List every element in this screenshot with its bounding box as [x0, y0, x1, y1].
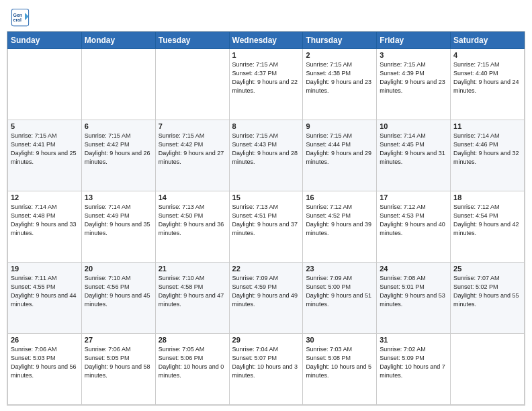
svg-text:Gen: Gen	[13, 13, 23, 17]
day-info: Sunrise: 7:15 AM Sunset: 4:40 PM Dayligh…	[453, 60, 521, 95]
calendar-cell	[8, 49, 82, 120]
day-number: 4	[453, 51, 521, 59]
calendar-cell: 8Sunrise: 7:15 AM Sunset: 4:43 PM Daylig…	[229, 120, 303, 191]
day-info: Sunrise: 7:10 AM Sunset: 4:58 PM Dayligh…	[159, 274, 226, 309]
day-info: Sunrise: 7:14 AM Sunset: 4:48 PM Dayligh…	[11, 203, 79, 238]
day-number: 20	[85, 265, 152, 273]
day-number: 19	[11, 265, 79, 273]
calendar-week: 19Sunrise: 7:11 AM Sunset: 4:55 PM Dayli…	[8, 263, 525, 334]
day-number: 23	[306, 265, 373, 273]
calendar-table: SundayMondayTuesdayWednesdayThursdayFrid…	[7, 32, 525, 405]
day-number: 3	[380, 51, 447, 59]
calendar-cell: 2Sunrise: 7:15 AM Sunset: 4:38 PM Daylig…	[303, 49, 377, 120]
day-info: Sunrise: 7:03 AM Sunset: 5:08 PM Dayligh…	[306, 345, 373, 380]
day-info: Sunrise: 7:10 AM Sunset: 4:56 PM Dayligh…	[85, 274, 152, 309]
day-info: Sunrise: 7:07 AM Sunset: 5:02 PM Dayligh…	[453, 274, 521, 309]
calendar-cell: 31Sunrise: 7:02 AM Sunset: 5:09 PM Dayli…	[377, 334, 451, 405]
day-number: 2	[306, 51, 373, 59]
day-info: Sunrise: 7:14 AM Sunset: 4:46 PM Dayligh…	[453, 132, 521, 167]
calendar-cell: 19Sunrise: 7:11 AM Sunset: 4:55 PM Dayli…	[8, 263, 82, 334]
calendar-week: 26Sunrise: 7:06 AM Sunset: 5:03 PM Dayli…	[8, 334, 525, 405]
day-number: 15	[232, 193, 300, 201]
weekday-header: Monday	[81, 32, 155, 49]
calendar-cell: 16Sunrise: 7:12 AM Sunset: 4:52 PM Dayli…	[303, 191, 377, 263]
calendar-cell: 24Sunrise: 7:08 AM Sunset: 5:01 PM Dayli…	[377, 263, 451, 334]
day-info: Sunrise: 7:09 AM Sunset: 4:59 PM Dayligh…	[232, 274, 300, 309]
calendar-cell: 7Sunrise: 7:15 AM Sunset: 4:42 PM Daylig…	[155, 120, 229, 191]
calendar-cell: 14Sunrise: 7:13 AM Sunset: 4:50 PM Dayli…	[155, 191, 229, 263]
weekday-header: Sunday	[8, 32, 82, 49]
calendar: SundayMondayTuesdayWednesdayThursdayFrid…	[7, 31, 525, 406]
day-info: Sunrise: 7:09 AM Sunset: 5:00 PM Dayligh…	[306, 274, 373, 309]
calendar-cell: 26Sunrise: 7:06 AM Sunset: 5:03 PM Dayli…	[8, 334, 82, 405]
day-info: Sunrise: 7:15 AM Sunset: 4:38 PM Dayligh…	[306, 60, 373, 95]
day-info: Sunrise: 7:06 AM Sunset: 5:05 PM Dayligh…	[85, 345, 152, 380]
day-info: Sunrise: 7:14 AM Sunset: 4:45 PM Dayligh…	[380, 132, 447, 167]
day-info: Sunrise: 7:15 AM Sunset: 4:41 PM Dayligh…	[11, 132, 79, 167]
day-number: 7	[159, 122, 226, 130]
header: Gen eral	[0, 0, 532, 31]
calendar-cell: 18Sunrise: 7:12 AM Sunset: 4:54 PM Dayli…	[451, 191, 525, 263]
calendar-cell: 15Sunrise: 7:13 AM Sunset: 4:51 PM Dayli…	[229, 191, 303, 263]
day-number: 31	[380, 336, 447, 344]
day-number: 16	[306, 193, 373, 201]
day-info: Sunrise: 7:11 AM Sunset: 4:55 PM Dayligh…	[11, 274, 79, 309]
calendar-cell: 5Sunrise: 7:15 AM Sunset: 4:41 PM Daylig…	[8, 120, 82, 191]
day-info: Sunrise: 7:15 AM Sunset: 4:37 PM Dayligh…	[232, 60, 300, 95]
calendar-cell: 6Sunrise: 7:15 AM Sunset: 4:42 PM Daylig…	[81, 120, 155, 191]
calendar-cell	[155, 49, 229, 120]
day-info: Sunrise: 7:05 AM Sunset: 5:06 PM Dayligh…	[159, 345, 226, 380]
weekday-header: Wednesday	[229, 32, 303, 49]
day-number: 28	[159, 336, 226, 344]
weekday-header: Saturday	[451, 32, 525, 49]
day-info: Sunrise: 7:12 AM Sunset: 4:52 PM Dayligh…	[306, 203, 373, 238]
logo-icon: Gen eral	[11, 8, 30, 27]
day-info: Sunrise: 7:04 AM Sunset: 5:07 PM Dayligh…	[232, 345, 300, 380]
day-number: 25	[453, 265, 521, 273]
calendar-cell: 9Sunrise: 7:15 AM Sunset: 4:44 PM Daylig…	[303, 120, 377, 191]
calendar-cell: 1Sunrise: 7:15 AM Sunset: 4:37 PM Daylig…	[229, 49, 303, 120]
day-number: 29	[232, 336, 300, 344]
day-number: 10	[380, 122, 447, 130]
day-number: 5	[11, 122, 79, 130]
day-number: 9	[306, 122, 373, 130]
page: Gen eral SundayMondayTuesdayWednesdayThu…	[0, 0, 532, 411]
calendar-cell: 27Sunrise: 7:06 AM Sunset: 5:05 PM Dayli…	[81, 334, 155, 405]
day-number: 8	[232, 122, 300, 130]
calendar-cell: 10Sunrise: 7:14 AM Sunset: 4:45 PM Dayli…	[377, 120, 451, 191]
day-number: 27	[85, 336, 152, 344]
weekday-header: Friday	[377, 32, 451, 49]
day-info: Sunrise: 7:08 AM Sunset: 5:01 PM Dayligh…	[380, 274, 447, 309]
logo: Gen eral	[11, 8, 32, 27]
day-number: 18	[453, 193, 521, 201]
day-info: Sunrise: 7:13 AM Sunset: 4:51 PM Dayligh…	[232, 203, 300, 238]
calendar-body: 1Sunrise: 7:15 AM Sunset: 4:37 PM Daylig…	[8, 49, 525, 405]
weekday-header: Tuesday	[155, 32, 229, 49]
calendar-cell: 20Sunrise: 7:10 AM Sunset: 4:56 PM Dayli…	[81, 263, 155, 334]
calendar-cell: 30Sunrise: 7:03 AM Sunset: 5:08 PM Dayli…	[303, 334, 377, 405]
calendar-cell: 21Sunrise: 7:10 AM Sunset: 4:58 PM Dayli…	[155, 263, 229, 334]
day-info: Sunrise: 7:12 AM Sunset: 4:53 PM Dayligh…	[380, 203, 447, 238]
calendar-cell: 12Sunrise: 7:14 AM Sunset: 4:48 PM Dayli…	[8, 191, 82, 263]
day-info: Sunrise: 7:15 AM Sunset: 4:42 PM Dayligh…	[85, 132, 152, 167]
calendar-cell: 25Sunrise: 7:07 AM Sunset: 5:02 PM Dayli…	[451, 263, 525, 334]
calendar-cell	[451, 334, 525, 405]
weekday-row: SundayMondayTuesdayWednesdayThursdayFrid…	[8, 32, 525, 49]
day-number: 21	[159, 265, 226, 273]
day-info: Sunrise: 7:02 AM Sunset: 5:09 PM Dayligh…	[380, 345, 447, 380]
calendar-cell: 23Sunrise: 7:09 AM Sunset: 5:00 PM Dayli…	[303, 263, 377, 334]
calendar-cell: 28Sunrise: 7:05 AM Sunset: 5:06 PM Dayli…	[155, 334, 229, 405]
calendar-cell: 11Sunrise: 7:14 AM Sunset: 4:46 PM Dayli…	[451, 120, 525, 191]
day-info: Sunrise: 7:14 AM Sunset: 4:49 PM Dayligh…	[85, 203, 152, 238]
day-info: Sunrise: 7:15 AM Sunset: 4:39 PM Dayligh…	[380, 60, 447, 95]
calendar-cell: 22Sunrise: 7:09 AM Sunset: 4:59 PM Dayli…	[229, 263, 303, 334]
calendar-cell: 13Sunrise: 7:14 AM Sunset: 4:49 PM Dayli…	[81, 191, 155, 263]
day-info: Sunrise: 7:15 AM Sunset: 4:42 PM Dayligh…	[159, 132, 226, 167]
day-number: 11	[453, 122, 521, 130]
calendar-week: 1Sunrise: 7:15 AM Sunset: 4:37 PM Daylig…	[8, 49, 525, 120]
calendar-cell: 3Sunrise: 7:15 AM Sunset: 4:39 PM Daylig…	[377, 49, 451, 120]
day-number: 12	[11, 193, 79, 201]
svg-text:eral: eral	[13, 17, 22, 22]
day-info: Sunrise: 7:15 AM Sunset: 4:43 PM Dayligh…	[232, 132, 300, 167]
calendar-cell	[81, 49, 155, 120]
